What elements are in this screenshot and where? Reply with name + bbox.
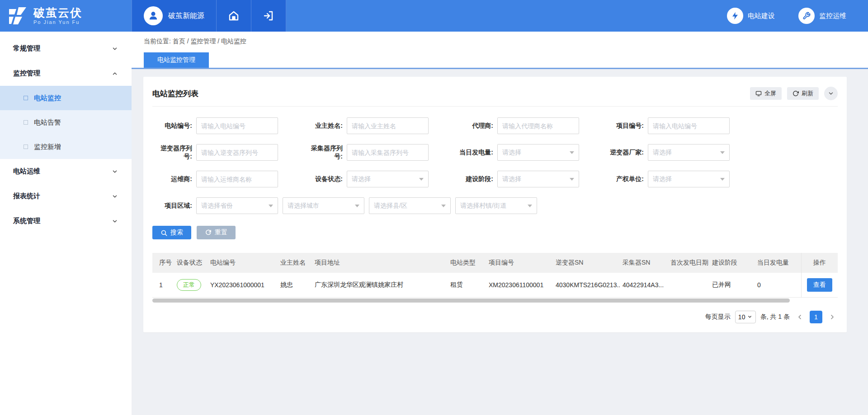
col-index: 序号 [152,253,174,273]
next-page-button[interactable] [827,313,838,321]
chevron-right-icon [829,313,836,321]
caret-down-icon [441,205,446,207]
home-button[interactable] [217,0,251,32]
station-table: 序号 设备状态 电站编号 业主姓名 项目地址 电站类型 项目编号 逆变器SN 采… [152,253,838,298]
region-selects: 请选择省份 请选择城市 请选择县/区 [196,197,537,214]
filter-label: 电站编号: [152,122,196,130]
inverter-vendor-select[interactable]: 请选择 [648,144,730,161]
ops-vendor-input[interactable] [196,171,278,187]
caret-down-icon [720,151,725,154]
chevron-up-icon [112,70,118,77]
province-select[interactable]: 请选择省份 [196,197,278,214]
filter-label: 逆变器序列号: [152,145,196,161]
cell-owner: 姚忠 [278,273,312,297]
main-area: 当前位置: 首页 / 监控管理 / 电站监控 电站监控管理 电站监控列表 全屏 … [132,32,868,415]
select-value: 请选择县/区 [374,202,407,210]
sidebar-item-report-stats[interactable]: 报表统计 [0,184,132,209]
sidebar-item-general-mgmt[interactable]: 常规管理 [0,36,132,61]
filter-label: 逆变器厂家: [604,149,648,157]
tab-station-monitor-mgmt[interactable]: 电站监控管理 [144,52,209,68]
cell-first-power-date [668,273,709,297]
inverter-sn-input[interactable] [196,144,278,161]
col-device-status: 设备状态 [174,253,208,273]
cell-index: 1 [152,273,174,297]
filter-actions: 搜索 重置 [152,226,838,239]
col-collector-sn: 采集器SN [620,253,668,273]
device-status-select[interactable]: 请选择 [347,171,429,187]
reset-button[interactable]: 重置 [197,226,236,239]
nav-station-build[interactable]: 电站建设 [727,8,775,24]
caret-down-icon [570,178,574,181]
per-page-label: 每页显示 [705,313,731,321]
sidebar-item-system-mgmt[interactable]: 系统管理 [0,209,132,233]
agent-input[interactable] [497,117,579,134]
cell-station-code: YX2023061000001 [208,273,278,297]
sidebar-item-label: 监控管理 [13,69,40,78]
bullet-square-icon [24,145,28,149]
station-code-input[interactable] [196,117,278,134]
sidebar: 常规管理 监控管理 电站监控 电站告警 监控新增 电站运维 [0,32,132,415]
panel-header-actions: 全屏 刷新 [750,87,838,100]
filter-build-stage: 建设阶段: 请选择 [453,171,604,187]
filter-daily-power: 当日发电量: 请选择 [453,144,604,161]
nav-monitor-ops[interactable]: 监控运维 [798,8,846,24]
chevron-left-icon [796,313,803,321]
city-select[interactable]: 请选择城市 [283,197,364,214]
select-value: 请选择省份 [201,202,233,210]
sidebar-item-station-ops[interactable]: 电站运维 [0,159,132,184]
daily-power-select[interactable]: 请选择 [497,144,579,161]
select-value: 请选择 [653,175,672,183]
filter-inverter-vendor: 逆变器厂家: 请选择 [604,144,755,161]
prev-page-button[interactable] [794,313,805,321]
sidebar-subitem-label: 监控新增 [34,143,61,151]
top-bar: 破茧云伏 Po Jian Yun Fu 破茧新能源 电站建设 [0,0,868,32]
logout-button[interactable] [251,0,286,32]
page-1-button[interactable]: 1 [810,311,822,323]
search-button[interactable]: 搜索 [152,226,191,239]
sidebar-item-monitor-mgmt[interactable]: 监控管理 [0,61,132,86]
app-subtitle: Po Jian Yun Fu [33,19,82,25]
logo-icon [7,5,28,26]
cell-address: 广东深圳龙华区观澜镇姚家庄村 [312,273,448,297]
app-title: 破茧云伏 [33,7,82,19]
view-button[interactable]: 查看 [807,278,832,292]
select-value: 请选择 [653,149,672,157]
logo-text: 破茧云伏 Po Jian Yun Fu [33,7,82,25]
filter-label: 项目区域: [152,202,196,210]
sidebar-item-label: 报表统计 [13,192,40,201]
chevron-down-icon [828,90,834,97]
filter-label: 设备状态: [303,175,347,183]
filter-inverter-sn: 逆变器序列号: [152,144,303,161]
pagination: 每页显示 10 条, 共 1 条 1 [152,311,838,323]
scrollbar-thumb[interactable] [152,298,790,303]
cell-inverter-sn: 4030KMTS216G0213... [553,273,620,297]
sidebar-item-label: 电站运维 [13,167,40,176]
collapse-panel-button[interactable] [824,87,838,100]
owner-name-input[interactable] [347,117,429,134]
total-count-label: 条, 共 1 条 [760,313,790,321]
collector-sn-input[interactable] [347,144,429,161]
build-stage-select[interactable]: 请选择 [497,171,579,187]
per-page-select[interactable]: 10 [735,311,756,323]
select-value: 请选择 [352,175,371,183]
col-station-code: 电站编号 [208,253,278,273]
property-unit-select[interactable]: 请选择 [648,171,730,187]
county-select[interactable]: 请选择县/区 [369,197,451,214]
sidebar-item-label: 系统管理 [13,217,40,225]
project-code-input[interactable] [648,117,730,134]
town-select[interactable]: 请选择村镇/街道 [455,197,537,214]
search-icon [160,229,167,236]
col-address: 项目地址 [312,253,448,273]
breadcrumb: 当前位置: 首页 / 监控管理 / 电站监控 [132,32,868,50]
content-area: 电站监控列表 全屏 刷新 [132,69,868,415]
user-menu[interactable]: 破茧新能源 [132,0,217,32]
sidebar-item-monitor-add[interactable]: 监控新增 [0,135,132,159]
user-avatar-icon [144,6,163,25]
caret-down-icon [355,205,359,207]
sidebar-item-station-monitor[interactable]: 电站监控 [0,86,132,110]
refresh-button[interactable]: 刷新 [787,87,819,100]
filter-row-1: 电站编号: 业主姓名: 代理商: 项目编号: [152,117,838,134]
fullscreen-button[interactable]: 全屏 [750,87,782,100]
col-action: 操作 [801,253,838,273]
sidebar-item-station-alarm[interactable]: 电站告警 [0,110,132,135]
